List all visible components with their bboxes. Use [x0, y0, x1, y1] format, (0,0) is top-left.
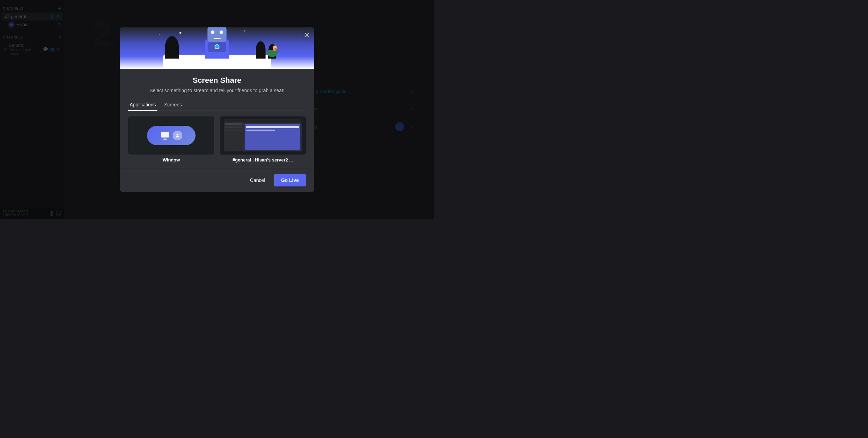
modal-tabs: Applications Screens [128, 99, 306, 111]
app-item-discord[interactable]: #general | Hisan's server2 ... [220, 116, 306, 163]
discord-label: #general | Hisan's server2 ... [233, 157, 293, 163]
dot-icon: • [159, 33, 160, 36]
window-pill [147, 126, 196, 145]
robot-eye-left [211, 30, 215, 34]
svg-rect-0 [161, 132, 169, 137]
window-thumbnail [128, 116, 214, 155]
modal-header-image: ✦ ✦ • [120, 27, 314, 69]
star-icon-2: ✦ [243, 29, 246, 33]
person-icon [175, 133, 180, 138]
robot-eye-right [220, 30, 223, 34]
robot-body [205, 40, 229, 59]
cancel-button[interactable]: Cancel [244, 174, 271, 186]
discord-screenshot [224, 119, 301, 152]
go-live-button[interactable]: Go Live [274, 174, 306, 186]
ds-sidebar [224, 119, 243, 152]
window-label: Window [163, 157, 180, 163]
robot-mouth [214, 38, 220, 39]
apps-grid: Window [128, 116, 306, 168]
robot-head [208, 27, 227, 42]
robot-screen [208, 42, 226, 52]
robot-eye [215, 44, 219, 49]
window-avatar [173, 131, 182, 140]
modal-subtitle: Select something to stream and tell your… [128, 88, 306, 93]
tab-applications[interactable]: Applications [128, 99, 157, 111]
tab-screens[interactable]: Screens [163, 99, 183, 111]
close-button[interactable]: ✕ [304, 32, 310, 39]
modal-body: Screen Share Select something to stream … [120, 69, 314, 168]
monitor-icon [160, 131, 170, 140]
ds-main [243, 119, 301, 152]
discord-thumbnail [220, 116, 306, 155]
popcorn-icon: 🍿 [272, 45, 278, 51]
modal-footer: Cancel Go Live [120, 168, 314, 192]
ds-titlebar [243, 119, 301, 123]
app-item-window[interactable]: Window [128, 116, 214, 163]
silhouette-left [165, 36, 179, 59]
svg-point-1 [176, 133, 178, 135]
screen-share-modal: ✦ ✦ • [120, 27, 314, 192]
silhouette-right [256, 41, 266, 59]
modal-title: Screen Share [128, 76, 306, 85]
modal-overlay[interactable]: ✦ ✦ • [0, 0, 434, 219]
star-icon: ✦ [178, 30, 182, 36]
